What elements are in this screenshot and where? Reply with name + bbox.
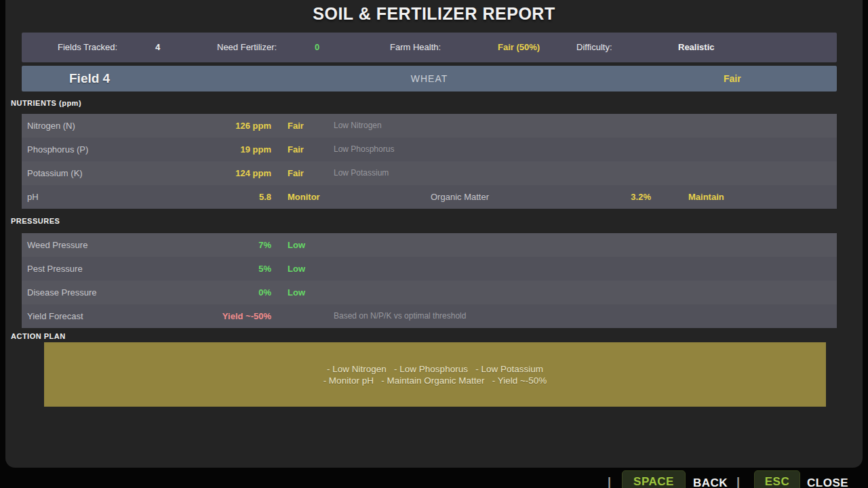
field-crop: WHEAT [22,66,837,92]
action-plan-line-2: - Monitor pH - Maintain Organic Matter -… [323,375,547,386]
farm-stats-bar: Fields Tracked: 4 Need Fertilizer: 0 Far… [22,33,837,62]
nutrient-label: Potassium (K) [27,161,83,185]
field-header: Field 4 WHEAT Fair [22,66,837,92]
table-row-disease-pressure: Disease Pressure 0% Low [22,281,837,304]
nutrient-status: Fair [288,114,304,138]
table-row-phosphorus: Phosphorus (P) 19 ppm Fair Low Phosphoru… [22,138,837,161]
field-status: Fair [724,66,741,92]
space-key-button[interactable]: SPACE [622,470,686,488]
action-plan-section-label: ACTION PLAN [11,332,66,340]
organic-matter-status: Maintain [688,185,724,209]
ph-value: 5.8 [184,185,271,209]
need-fertilizer-label: Need Fertilizer: [217,33,277,62]
difficulty-value: Realistic [678,33,714,62]
nutrient-status: Fair [288,138,304,161]
table-row-ph: pH 5.8 Monitor Organic Matter 3.2% Maint… [22,185,837,209]
pressures-section-label: PRESSURES [11,217,60,225]
nutrient-hint: Low Potassium [334,161,389,185]
footer-separator: | [736,472,740,488]
nutrient-value: 19 ppm [184,138,271,161]
fields-tracked-value: 4 [155,33,160,62]
yield-forecast-hint: Based on N/P/K vs optimal threshold [334,304,466,328]
ph-label: pH [27,185,39,209]
pressure-label: Weed Pressure [27,233,87,257]
ph-status: Monitor [288,185,320,209]
pressure-value: 0% [184,281,271,304]
pressure-status: Low [288,257,305,281]
farm-health-label: Farm Health: [390,33,441,62]
nutrient-value: 126 ppm [184,114,271,138]
nutrients-section-label: NUTRIENTS (ppm) [11,99,81,107]
esc-key-button[interactable]: ESC [754,470,800,488]
table-row-pest-pressure: Pest Pressure 5% Low [22,257,837,281]
back-button[interactable]: BACK [693,473,728,488]
action-plan-box: - Low Nitrogen - Low Phosphorus - Low Po… [44,342,826,407]
pressure-status: Low [288,281,305,304]
need-fertilizer-value: 0 [315,33,319,62]
fields-tracked-label: Fields Tracked: [58,33,117,62]
pressure-value: 5% [184,257,271,281]
table-row-weed-pressure: Weed Pressure 7% Low [22,233,837,257]
organic-matter-value: 3.2% [583,185,651,209]
nutrient-label: Nitrogen (N) [27,114,75,138]
pressure-label: Disease Pressure [27,281,97,304]
table-row-nitrogen: Nitrogen (N) 126 ppm Fair Low Nitrogen [22,114,837,138]
table-row-potassium: Potassium (K) 124 ppm Fair Low Potassium [22,161,837,185]
nutrient-label: Phosphorus (P) [27,138,88,161]
close-button[interactable]: CLOSE [807,473,848,488]
pressure-status: Low [288,233,305,257]
pressure-value: 7% [184,233,271,257]
yield-forecast-value: Yield ~-50% [184,304,271,328]
nutrients-table: Nitrogen (N) 126 ppm Fair Low Nitrogen P… [22,114,837,209]
pressures-table: Weed Pressure 7% Low Pest Pressure 5% Lo… [22,233,837,328]
farm-health-value: Fair (50%) [498,33,540,62]
nutrient-status: Fair [288,161,304,185]
organic-matter-label: Organic Matter [431,185,489,209]
page-title: SOIL & FERTILIZER REPORT [0,4,868,24]
footer-separator: | [608,472,611,488]
action-plan-line-1: - Low Nitrogen - Low Phosphorus - Low Po… [327,364,543,374]
yield-forecast-label: Yield Forecast [27,304,83,328]
nutrient-hint: Low Phosphorus [334,138,394,161]
difficulty-label: Difficulty: [576,33,612,62]
nutrient-hint: Low Nitrogen [334,114,382,138]
table-row-yield-forecast: Yield Forecast Yield ~-50% Based on N/P/… [22,304,837,328]
pressure-label: Pest Pressure [27,257,83,281]
nutrient-value: 124 ppm [184,161,271,185]
